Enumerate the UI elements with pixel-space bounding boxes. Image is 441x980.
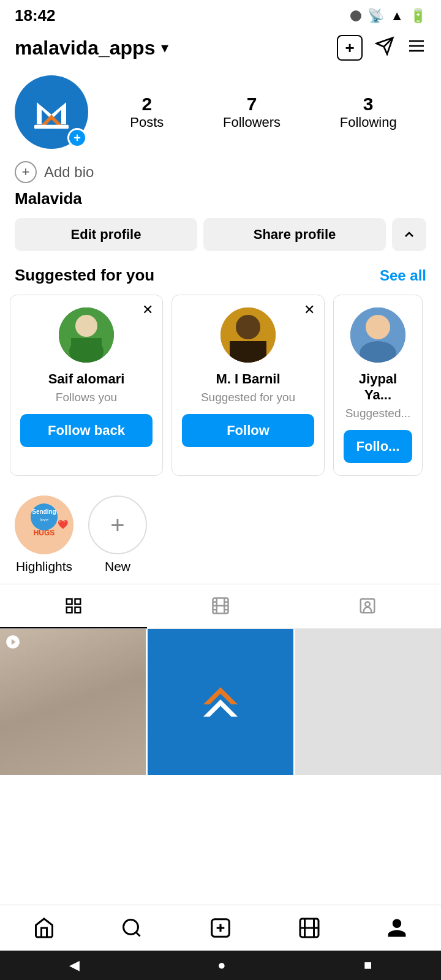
add-bio-button[interactable]: +: [15, 161, 37, 183]
svg-point-11: [75, 315, 97, 337]
svg-rect-30: [75, 608, 81, 613]
barnil-name: M. I Barnil: [216, 371, 280, 387]
share-profile-button[interactable]: Share profile: [203, 218, 386, 251]
add-story-button[interactable]: +: [67, 128, 87, 148]
svg-rect-28: [75, 599, 81, 605]
svg-line-44: [136, 932, 140, 937]
svg-point-43: [124, 920, 138, 935]
profile-nav-button[interactable]: [386, 917, 408, 939]
profile-header: + 2 Posts 7 Followers 3 Following: [15, 75, 426, 149]
follow-back-saif-button[interactable]: Follow back: [20, 414, 153, 447]
highlight-item-hugs[interactable]: Sending love HUGS ❤️ Highlights: [15, 496, 74, 574]
menu-icon[interactable]: [407, 36, 426, 60]
suggestion-card-jiypal: Jiypal Ya... Suggested... Follo...: [333, 295, 423, 476]
followers-stat[interactable]: 7 Followers: [223, 94, 281, 130]
following-label: Following: [340, 115, 397, 130]
followers-label: Followers: [223, 115, 281, 130]
post-cell-1[interactable]: [148, 629, 293, 775]
dismiss-saif-button[interactable]: ✕: [139, 301, 156, 318]
tab-reels[interactable]: [147, 584, 294, 628]
status-icons: 📡 ▲ 🔋: [350, 8, 426, 24]
svg-point-40: [365, 602, 370, 607]
tab-posts[interactable]: [0, 584, 147, 628]
add-bio-label[interactable]: Add bio: [44, 164, 94, 181]
svg-rect-27: [67, 599, 72, 605]
battery-icon: 🔋: [410, 8, 426, 24]
suggestion-card-barnil: ✕ M. I Barnil Suggested for you Follow: [172, 295, 325, 476]
following-count: 3: [363, 94, 374, 115]
barnil-avatar: [221, 307, 276, 363]
top-nav: malavida_apps ▾ +: [0, 30, 441, 68]
tab-tagged[interactable]: [294, 584, 441, 628]
home-nav-button[interactable]: [33, 917, 55, 939]
post-cell-2: [295, 629, 441, 775]
status-time: 18:42: [15, 6, 56, 25]
nav-icons: +: [337, 35, 426, 61]
suggested-section-header: Suggested for you See all: [0, 266, 441, 295]
status-bar: 18:42 📡 ▲ 🔋: [0, 0, 441, 30]
posts-label: Posts: [130, 115, 164, 130]
highlight-label-hugs: Highlights: [16, 559, 72, 574]
wifi-icon: ▲: [390, 8, 404, 24]
plus-icon: +: [345, 39, 354, 58]
new-post-button[interactable]: +: [337, 35, 363, 61]
svg-rect-13: [71, 338, 102, 363]
svg-text:HUGS: HUGS: [34, 529, 55, 537]
highlight-circle-hugs: Sending love HUGS ❤️: [15, 496, 74, 554]
post-cell-0[interactable]: [0, 629, 146, 775]
saif-avatar: [59, 307, 114, 363]
highlight-label-new: New: [105, 559, 130, 574]
filter-icon[interactable]: [375, 36, 394, 60]
username-label: malavida_apps: [15, 37, 155, 59]
svg-text:❤️: ❤️: [58, 519, 69, 530]
username-row: malavida_apps ▾: [15, 37, 168, 59]
barnil-sub: Suggested for you: [201, 391, 295, 404]
highlight-item-new[interactable]: + New: [88, 496, 147, 574]
dismiss-barnil-button[interactable]: ✕: [301, 301, 318, 318]
content-tabs: [0, 584, 441, 629]
bottom-nav: [0, 905, 441, 951]
android-nav-bar: ◀ ● ■: [0, 951, 441, 980]
follow-barnil-button[interactable]: Follow: [182, 414, 314, 447]
posts-count: 2: [141, 94, 152, 115]
cast-icon: 📡: [368, 8, 384, 24]
home-button[interactable]: ●: [217, 957, 225, 973]
reels-nav-button[interactable]: [298, 917, 320, 939]
back-button[interactable]: ◀: [69, 957, 80, 973]
jiypal-sub: Suggested...: [345, 407, 411, 420]
svg-rect-29: [67, 608, 72, 613]
reels-badge-0: [5, 634, 21, 654]
avatar-wrap: +: [15, 75, 88, 149]
create-nav-button[interactable]: [209, 916, 232, 940]
jiypal-name: Jiypal Ya...: [344, 371, 412, 403]
jiypal-avatar: [350, 307, 405, 363]
stats-row: 2 Posts 7 Followers 3 Following: [100, 94, 426, 130]
svg-text:love: love: [40, 517, 49, 522]
svg-rect-8: [34, 125, 69, 129]
followers-count: 7: [247, 94, 257, 115]
posts-stat[interactable]: 2 Posts: [130, 94, 164, 130]
following-stat[interactable]: 3 Following: [340, 94, 397, 130]
add-highlight-icon: +: [110, 511, 124, 539]
more-options-button[interactable]: [392, 218, 426, 251]
suggestion-card-saif: ✕ Saif alomari Follows you Follow back: [10, 295, 163, 476]
profile-name: Malavida: [15, 189, 426, 208]
highlight-new-circle: +: [88, 496, 147, 554]
profile-buttons: Edit profile Share profile: [15, 218, 426, 251]
suggested-scroll: ✕ Saif alomari Follows you Follow back ✕…: [0, 295, 441, 486]
search-nav-button[interactable]: [121, 917, 143, 939]
account-switcher-chevron[interactable]: ▾: [161, 39, 168, 56]
svg-text:Sending: Sending: [32, 508, 56, 515]
svg-rect-17: [230, 341, 266, 363]
saif-sub: Follows you: [56, 391, 117, 404]
saif-name: Saif alomari: [48, 371, 125, 387]
highlights-row: Sending love HUGS ❤️ Highlights + New: [0, 486, 441, 584]
follow-jiypal-button[interactable]: Follo...: [344, 430, 412, 463]
svg-point-19: [366, 315, 390, 339]
see-all-button[interactable]: See all: [380, 267, 426, 284]
recents-button[interactable]: ■: [364, 957, 372, 973]
dot-icon: [350, 10, 361, 21]
edit-profile-button[interactable]: Edit profile: [15, 218, 197, 251]
svg-point-15: [236, 315, 260, 339]
svg-rect-9: [36, 129, 67, 134]
